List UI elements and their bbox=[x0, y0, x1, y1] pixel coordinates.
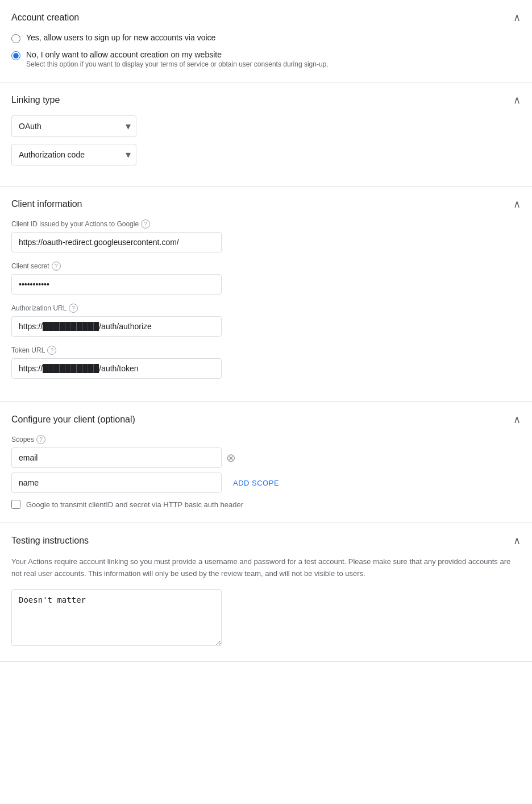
linking-type-header: Linking type ∧ bbox=[11, 94, 521, 106]
configure-client-section: Configure your client (optional) ∧ Scope… bbox=[0, 402, 532, 523]
basic-auth-checkbox-row: Google to transmit clientID and secret v… bbox=[11, 500, 521, 509]
testing-instructions-header: Testing instructions ∧ bbox=[11, 534, 521, 547]
scope-add-row: ADD SCOPE bbox=[11, 473, 521, 493]
scope-input-2[interactable] bbox=[11, 473, 222, 493]
radio-yes[interactable] bbox=[11, 34, 20, 43]
testing-textarea[interactable]: Doesn't matter bbox=[11, 589, 222, 646]
client-id-group: Client ID issued by your Actions to Goog… bbox=[11, 219, 521, 252]
client-secret-help-icon[interactable]: ? bbox=[52, 262, 61, 271]
token-url-label: Token URL ? bbox=[11, 346, 521, 355]
account-creation-chevron[interactable]: ∧ bbox=[513, 11, 521, 24]
token-url-input[interactable] bbox=[11, 358, 222, 379]
testing-instructions-title: Testing instructions bbox=[11, 536, 89, 546]
token-url-help-icon[interactable]: ? bbox=[47, 346, 56, 355]
radio-no[interactable] bbox=[11, 51, 20, 60]
configure-client-chevron[interactable]: ∧ bbox=[513, 413, 521, 426]
radio-no-label: No, I only want to allow account creatio… bbox=[26, 50, 329, 59]
scopes-label: Scopes ? bbox=[11, 435, 521, 444]
account-creation-header: Account creation ∧ bbox=[11, 11, 521, 24]
auth-url-group: Authorization URL ? bbox=[11, 304, 521, 337]
basic-auth-label: Google to transmit clientID and secret v… bbox=[26, 500, 243, 509]
testing-instructions-section: Testing instructions ∧ Your Actions requ… bbox=[0, 523, 532, 662]
client-secret-input[interactable] bbox=[11, 274, 222, 295]
client-id-help-icon[interactable]: ? bbox=[141, 219, 150, 229]
remove-scope-1-button[interactable]: ⊗ bbox=[226, 451, 236, 465]
testing-instructions-chevron[interactable]: ∧ bbox=[513, 534, 521, 547]
client-secret-label: Client secret ? bbox=[11, 262, 521, 271]
radio-yes-label: Yes, allow users to sign up for new acco… bbox=[26, 33, 215, 42]
radio-item-no[interactable]: No, I only want to allow account creatio… bbox=[11, 50, 521, 68]
scopes-section: Scopes ? ⊗ ADD SCOPE bbox=[11, 435, 521, 493]
configure-client-title: Configure your client (optional) bbox=[11, 415, 135, 425]
account-creation-title: Account creation bbox=[11, 13, 79, 23]
token-url-group: Token URL ? bbox=[11, 346, 521, 379]
testing-description: Your Actions require account linking so … bbox=[11, 556, 521, 580]
oauth-select[interactable]: OAuth bbox=[11, 115, 136, 137]
auth-code-select-wrapper: Authorization code ▾ bbox=[11, 144, 136, 165]
auth-url-label: Authorization URL ? bbox=[11, 304, 521, 313]
linking-type-section: Linking type ∧ OAuth ▾ Authorization cod… bbox=[0, 82, 532, 187]
linking-type-chevron[interactable]: ∧ bbox=[513, 94, 521, 106]
client-information-chevron[interactable]: ∧ bbox=[513, 198, 521, 210]
scope-input-1[interactable] bbox=[11, 447, 222, 468]
client-information-title: Client information bbox=[11, 199, 82, 209]
scope-row-1: ⊗ bbox=[11, 447, 521, 468]
client-information-header: Client information ∧ bbox=[11, 198, 521, 210]
linking-type-title: Linking type bbox=[11, 95, 60, 105]
account-creation-section: Account creation ∧ Yes, allow users to s… bbox=[0, 0, 532, 82]
linking-type-dropdowns: OAuth ▾ Authorization code ▾ bbox=[11, 115, 521, 172]
scopes-help-icon[interactable]: ? bbox=[36, 435, 45, 444]
client-id-input[interactable] bbox=[11, 232, 222, 252]
client-id-label: Client ID issued by your Actions to Goog… bbox=[11, 219, 521, 229]
oauth-select-wrapper: OAuth ▾ bbox=[11, 115, 136, 137]
add-scope-button[interactable]: ADD SCOPE bbox=[226, 474, 286, 492]
radio-item-yes[interactable]: Yes, allow users to sign up for new acco… bbox=[11, 33, 521, 43]
basic-auth-checkbox[interactable] bbox=[11, 500, 20, 509]
client-information-section: Client information ∧ Client ID issued by… bbox=[0, 187, 532, 402]
remove-scope-1-icon: ⊗ bbox=[226, 451, 236, 465]
client-secret-group: Client secret ? bbox=[11, 262, 521, 295]
auth-code-select[interactable]: Authorization code bbox=[11, 144, 136, 165]
account-creation-options: Yes, allow users to sign up for new acco… bbox=[11, 33, 521, 68]
auth-url-input[interactable] bbox=[11, 316, 222, 337]
configure-client-header: Configure your client (optional) ∧ bbox=[11, 413, 521, 426]
radio-no-sublabel: Select this option if you want to displa… bbox=[26, 60, 329, 68]
auth-url-help-icon[interactable]: ? bbox=[69, 304, 78, 313]
